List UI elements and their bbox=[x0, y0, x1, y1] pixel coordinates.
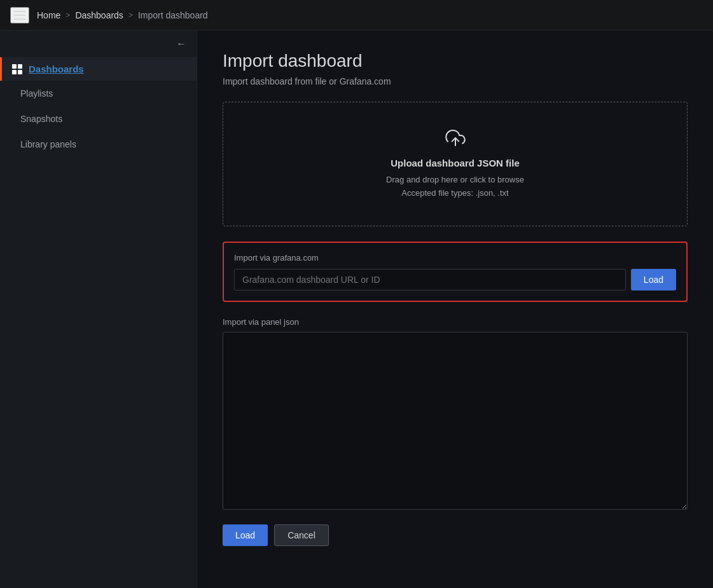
grafana-load-button[interactable]: Load bbox=[631, 269, 676, 291]
grafana-import-section: Import via grafana.com Load bbox=[223, 242, 688, 302]
sidebar-item-playlists-label: Playlists bbox=[20, 88, 53, 99]
upload-icon bbox=[236, 128, 674, 150]
main-content: Import dashboard Import dashboard from f… bbox=[197, 31, 713, 588]
sidebar: ← Dashboards Playlists Snapshots Library… bbox=[0, 31, 197, 588]
breadcrumb: Home > Dashboards > Import dashboard bbox=[37, 10, 208, 20]
bottom-buttons: Load Cancel bbox=[223, 524, 688, 546]
page-title: Import dashboard bbox=[223, 51, 688, 71]
sidebar-item-playlists[interactable]: Playlists bbox=[0, 81, 197, 106]
breadcrumb-current: Import dashboard bbox=[138, 10, 208, 20]
bottom-cancel-button[interactable]: Cancel bbox=[274, 524, 329, 546]
layout: ← Dashboards Playlists Snapshots Library… bbox=[0, 31, 713, 588]
sidebar-item-dashboards-label: Dashboards bbox=[29, 64, 84, 74]
grafana-section-label: Import via grafana.com bbox=[234, 253, 676, 263]
sidebar-item-snapshots[interactable]: Snapshots bbox=[0, 106, 197, 132]
dashboards-grid-icon bbox=[12, 64, 22, 74]
grafana-url-input[interactable] bbox=[234, 269, 626, 291]
breadcrumb-dashboards[interactable]: Dashboards bbox=[75, 10, 123, 20]
upload-zone[interactable]: Upload dashboard JSON file Drag and drop… bbox=[223, 102, 688, 226]
upload-hint: Drag and drop here or click to browse Ac… bbox=[236, 174, 674, 200]
panel-json-label: Import via panel json bbox=[223, 317, 688, 327]
upload-title: Upload dashboard JSON file bbox=[236, 158, 674, 168]
panel-json-textarea[interactable] bbox=[223, 332, 688, 510]
panel-json-section: Import via panel json bbox=[223, 317, 688, 524]
hamburger-menu[interactable] bbox=[10, 7, 29, 24]
bottom-load-button[interactable]: Load bbox=[223, 524, 268, 546]
breadcrumb-sep1: > bbox=[66, 11, 70, 20]
sidebar-item-library-panels[interactable]: Library panels bbox=[0, 132, 197, 157]
sidebar-collapse-button[interactable]: ← bbox=[174, 36, 189, 52]
sidebar-collapse-area: ← bbox=[0, 31, 197, 57]
topbar: Home > Dashboards > Import dashboard bbox=[0, 0, 713, 31]
page-subtitle: Import dashboard from file or Grafana.co… bbox=[223, 76, 688, 86]
breadcrumb-sep2: > bbox=[128, 11, 133, 20]
breadcrumb-home[interactable]: Home bbox=[37, 10, 60, 20]
sidebar-item-snapshots-label: Snapshots bbox=[20, 114, 62, 124]
sidebar-item-dashboards[interactable]: Dashboards bbox=[0, 57, 197, 81]
grafana-input-row: Load bbox=[234, 269, 676, 291]
sidebar-item-library-panels-label: Library panels bbox=[20, 139, 76, 149]
